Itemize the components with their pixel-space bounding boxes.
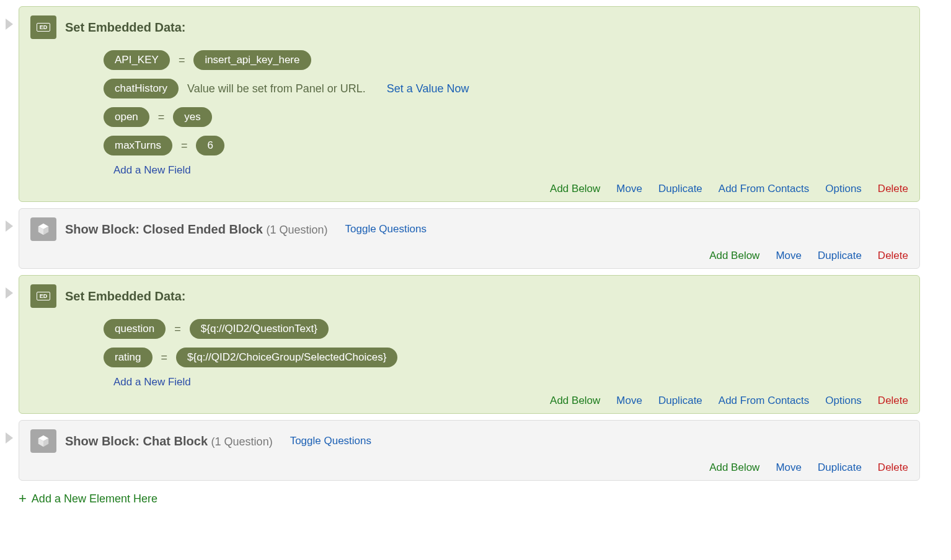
add-from-contacts-action[interactable]: Add From Contacts	[719, 395, 809, 407]
add-new-field-link[interactable]: Add a New Field	[113, 164, 908, 177]
embedded-data-card[interactable]: ED Set Embedded Data: API_KEY = insert_a…	[19, 6, 920, 202]
toggle-questions-link[interactable]: Toggle Questions	[345, 223, 427, 235]
equals-sign: =	[161, 351, 168, 364]
field-name-pill[interactable]: API_KEY	[104, 50, 170, 70]
add-below-action[interactable]: Add Below	[550, 183, 600, 195]
field-row: maxTurns = 6	[104, 136, 908, 155]
field-name-pill[interactable]: open	[104, 107, 149, 127]
flow-arrow-icon	[6, 221, 13, 232]
move-action[interactable]: Move	[616, 183, 642, 195]
field-row: open = yes	[104, 107, 908, 127]
field-value-pill[interactable]: insert_api_key_here	[193, 50, 311, 70]
duplicate-action[interactable]: Duplicate	[658, 183, 702, 195]
question-count: (1 Question)	[267, 224, 328, 236]
field-row: API_KEY = insert_api_key_here	[104, 50, 908, 70]
field-name-pill[interactable]: question	[104, 319, 166, 339]
duplicate-action[interactable]: Duplicate	[818, 250, 862, 262]
options-action[interactable]: Options	[825, 183, 862, 195]
block-icon	[30, 429, 56, 453]
equals-sign: =	[158, 111, 165, 124]
card-title: Show Block: Chat Block (1 Question)	[65, 434, 273, 448]
equals-sign: =	[181, 139, 188, 152]
options-action[interactable]: Options	[825, 395, 862, 407]
move-action[interactable]: Move	[776, 462, 802, 474]
field-name-pill[interactable]: chatHistory	[104, 79, 179, 98]
field-value-pill[interactable]: yes	[173, 107, 211, 127]
field-row: question = ${q://QID2/QuestionText}	[104, 319, 908, 339]
block-title-text: Show Block: Closed Ended Block	[65, 222, 263, 236]
delete-action[interactable]: Delete	[878, 462, 908, 474]
card-actions: Add Below Move Duplicate Add From Contac…	[30, 395, 908, 407]
card-actions: Add Below Move Duplicate Delete	[30, 250, 908, 262]
field-value-pill[interactable]: ${q://QID2/QuestionText}	[190, 319, 329, 339]
delete-action[interactable]: Delete	[878, 395, 908, 407]
equals-sign: =	[179, 54, 185, 67]
flow-arrow-icon	[6, 287, 13, 299]
field-placeholder: Value will be set from Panel or URL.	[187, 82, 366, 95]
card-title: Set Embedded Data:	[65, 289, 185, 304]
embedded-data-icon: ED	[30, 284, 56, 308]
add-below-action[interactable]: Add Below	[709, 250, 759, 262]
add-below-action[interactable]: Add Below	[550, 395, 600, 407]
add-below-action[interactable]: Add Below	[709, 462, 759, 474]
field-row: rating = ${q://QID2/ChoiceGroup/Selected…	[104, 348, 908, 367]
field-row: chatHistory Value will be set from Panel…	[104, 79, 908, 98]
toggle-questions-link[interactable]: Toggle Questions	[290, 435, 371, 447]
ed-badge: ED	[37, 23, 51, 32]
flow-arrow-icon	[6, 432, 13, 444]
embedded-data-card[interactable]: ED Set Embedded Data: question = ${q://Q…	[19, 275, 920, 414]
card-actions: Add Below Move Duplicate Delete	[30, 462, 908, 474]
move-action[interactable]: Move	[616, 395, 642, 407]
show-block-card[interactable]: Show Block: Closed Ended Block (1 Questi…	[19, 208, 920, 269]
flow-arrow-icon	[6, 19, 13, 30]
card-title: Set Embedded Data:	[65, 20, 185, 35]
move-action[interactable]: Move	[776, 250, 802, 262]
ed-badge: ED	[37, 292, 51, 300]
question-count: (1 Question)	[211, 435, 273, 448]
plus-icon: +	[19, 492, 27, 505]
delete-action[interactable]: Delete	[878, 183, 908, 195]
card-title: Show Block: Closed Ended Block (1 Questi…	[65, 222, 328, 237]
add-from-contacts-action[interactable]: Add From Contacts	[719, 183, 809, 195]
duplicate-action[interactable]: Duplicate	[818, 462, 862, 474]
card-actions: Add Below Move Duplicate Add From Contac…	[30, 183, 908, 195]
field-value-pill[interactable]: ${q://QID2/ChoiceGroup/SelectedChoices}	[176, 348, 397, 367]
set-value-now-link[interactable]: Set a Value Now	[387, 82, 469, 95]
embedded-data-icon: ED	[30, 15, 56, 39]
add-new-field-link[interactable]: Add a New Field	[113, 376, 908, 388]
field-name-pill[interactable]: rating	[104, 348, 153, 367]
show-block-card[interactable]: Show Block: Chat Block (1 Question) Togg…	[19, 420, 920, 481]
add-element-label: Add a New Element Here	[32, 492, 157, 505]
field-value-pill[interactable]: 6	[196, 136, 224, 155]
add-new-element-link[interactable]: + Add a New Element Here	[19, 492, 920, 505]
block-title-text: Show Block: Chat Block	[65, 434, 208, 448]
equals-sign: =	[174, 323, 181, 336]
duplicate-action[interactable]: Duplicate	[658, 395, 702, 407]
field-name-pill[interactable]: maxTurns	[104, 136, 172, 155]
block-icon	[30, 217, 56, 241]
delete-action[interactable]: Delete	[878, 250, 908, 262]
